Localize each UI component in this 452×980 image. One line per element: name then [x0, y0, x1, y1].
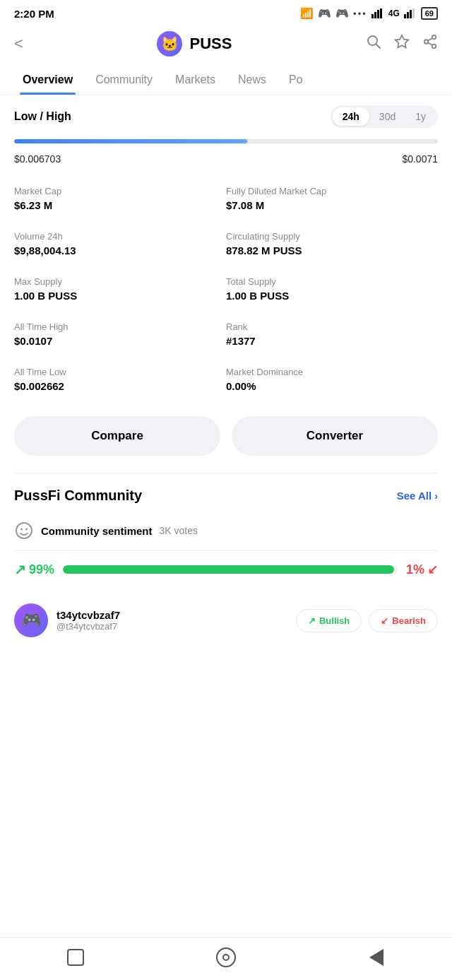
price-range-fill: [14, 139, 247, 143]
search-icon[interactable]: [366, 34, 381, 54]
converter-button[interactable]: Converter: [232, 416, 438, 456]
stat-circulating-supply: Circulating Supply 878.82 M PUSS: [226, 221, 438, 266]
community-section: PussFi Community See All › Community sen…: [0, 473, 452, 650]
time-btn-1y[interactable]: 1y: [405, 107, 436, 126]
bullish-percentage: ↗ 99%: [14, 561, 54, 578]
low-high-label: Low / High: [14, 110, 71, 123]
stat-market-cap: Market Cap $6.23 M: [14, 176, 226, 221]
time-btn-24h[interactable]: 24h: [333, 107, 369, 126]
chevron-right-icon: ›: [434, 490, 438, 502]
stat-volume-24h: Volume 24h $9,88,004.13: [14, 221, 226, 266]
avatar: 🎮: [14, 603, 48, 637]
tab-portfolio[interactable]: Po: [278, 65, 314, 95]
coin-title: 🐱 PUSS: [157, 31, 232, 57]
high-price: $0.0071: [402, 153, 438, 165]
tab-markets[interactable]: Markets: [164, 65, 227, 95]
header: < 🐱 PUSS: [0, 24, 452, 65]
triangle-icon: [369, 949, 383, 966]
stat-fully-diluted: Fully Diluted Market Cap $7.08 M: [226, 176, 438, 221]
svg-line-9: [376, 45, 381, 49]
svg-rect-3: [380, 8, 382, 18]
wifi-icon: 📶: [300, 7, 314, 20]
stats-grid: Market Cap $6.23 M Fully Diluted Market …: [0, 176, 452, 402]
battery-level: 69: [421, 7, 438, 20]
user-handle: @t34ytcvbzaf7: [56, 621, 120, 632]
low-high-section: Low / High 24h 30d 1y: [0, 95, 452, 134]
game-icon: 🎮: [318, 7, 331, 20]
time-button-group: 24h 30d 1y: [331, 105, 438, 128]
circle-inner-icon: [222, 954, 230, 961]
stat-market-dominance: Market Dominance 0.00%: [226, 357, 438, 402]
community-title: PussFi Community: [14, 488, 142, 504]
tab-overview[interactable]: Overview: [11, 65, 84, 95]
nav-home-button[interactable]: [215, 946, 237, 969]
svg-line-14: [428, 38, 432, 41]
tab-news[interactable]: News: [227, 65, 278, 95]
svg-rect-4: [404, 14, 406, 18]
community-header: PussFi Community See All ›: [14, 488, 438, 504]
sentiment-row: Community sentiment 3K votes: [14, 515, 438, 551]
bullish-btn-icon: ↗: [308, 615, 316, 626]
sentiment-bar: [63, 565, 398, 574]
back-button[interactable]: <: [14, 35, 23, 53]
svg-rect-5: [407, 12, 409, 18]
tab-community[interactable]: Community: [84, 65, 164, 95]
signal-icon: [371, 8, 384, 18]
time-btn-30d[interactable]: 30d: [369, 107, 405, 126]
stat-ath: All Time High $0.0107: [14, 312, 226, 357]
svg-point-16: [20, 529, 23, 531]
svg-point-15: [16, 523, 32, 538]
status-bar: 2:20 PM 📶 🎮 🎮 ••• 4G 69: [0, 0, 452, 24]
bearish-button[interactable]: ↙ Bearish: [369, 609, 438, 632]
sentiment-icon: [14, 521, 34, 541]
stat-rank: Rank #1377: [226, 312, 438, 357]
compare-button[interactable]: Compare: [14, 416, 220, 456]
price-range-values: $0.006703 $0.0071: [0, 149, 452, 176]
sentiment-bar-row: ↗ 99% 1% ↙: [14, 551, 438, 592]
sentiment-fill: [63, 565, 394, 574]
bearish-percentage: 1% ↙: [406, 562, 438, 577]
bearish-arrow-icon: ↙: [427, 562, 438, 577]
svg-line-13: [428, 42, 432, 45]
low-price: $0.006703: [14, 153, 61, 165]
nav-back-button[interactable]: [365, 946, 388, 969]
bullish-button[interactable]: ↗ Bullish: [296, 609, 362, 632]
svg-point-17: [25, 529, 28, 531]
tab-bar: Overview Community Markets News Po: [0, 65, 452, 95]
action-buttons: Compare Converter: [0, 402, 452, 473]
circle-icon: [216, 947, 236, 967]
sentiment-label: Community sentiment: [41, 525, 153, 537]
svg-point-11: [424, 40, 429, 44]
nav-square-button[interactable]: [64, 946, 87, 969]
coin-icon: 🐱: [157, 31, 182, 57]
status-time: 2:20 PM: [14, 8, 54, 20]
game-icon2: 🎮: [335, 7, 349, 20]
user-info: 🎮 t34ytcvbzaf7 @t34ytcvbzaf7: [14, 603, 120, 637]
see-all-button[interactable]: See All ›: [397, 490, 438, 502]
stat-total-supply: Total Supply 1.00 B PUSS: [226, 266, 438, 312]
user-actions: ↗ Bullish ↙ Bearish: [296, 609, 438, 632]
network-label: 4G: [388, 8, 400, 18]
signal-icon2: [404, 8, 417, 18]
user-text: t34ytcvbzaf7 @t34ytcvbzaf7: [56, 609, 120, 632]
user-card: 🎮 t34ytcvbzaf7 @t34ytcvbzaf7 ↗ Bullish ↙…: [14, 592, 438, 643]
user-name: t34ytcvbzaf7: [56, 609, 120, 621]
bottom-nav: [0, 937, 452, 980]
stat-atl: All Time Low $0.002662: [14, 357, 226, 402]
svg-rect-0: [371, 14, 374, 18]
coin-name: PUSS: [189, 35, 232, 53]
bearish-btn-icon: ↙: [381, 615, 388, 626]
stat-max-supply: Max Supply 1.00 B PUSS: [14, 266, 226, 312]
square-icon: [67, 949, 84, 966]
star-icon[interactable]: [394, 34, 410, 54]
price-range-bar: [14, 139, 438, 143]
battery-icon: 69: [421, 7, 438, 20]
share-icon[interactable]: [422, 34, 438, 54]
svg-rect-6: [410, 10, 412, 18]
svg-rect-2: [377, 10, 379, 18]
svg-point-12: [432, 45, 436, 48]
sentiment-votes: 3K votes: [160, 525, 198, 536]
content-body: Low / High 24h 30d 1y $0.006703 $0.0071 …: [0, 95, 452, 707]
svg-rect-1: [374, 12, 376, 18]
more-icon: •••: [353, 8, 367, 19]
